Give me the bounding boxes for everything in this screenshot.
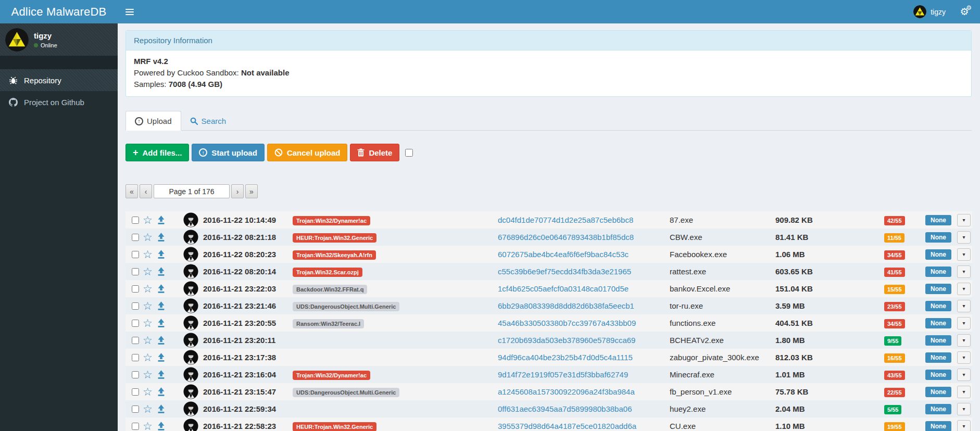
page-next-button[interactable]: › [231, 184, 244, 198]
sample-hash-link[interactable]: 1cf4b625c05aefcf0a03148ca0170d5e [498, 284, 629, 293]
detection-badge: UDS:DangerousObject.Multi.Generic [293, 302, 399, 311]
row-checkbox[interactable] [132, 285, 139, 293]
upload-icon[interactable] [156, 284, 166, 294]
page-prev-button[interactable]: ‹ [140, 184, 152, 198]
sample-hash-link[interactable]: 0ff631aec63945aa7d5899980b38ba06 [498, 404, 632, 413]
row-checkbox[interactable] [132, 337, 139, 344]
favorite-star-icon[interactable]: ☆ [143, 214, 153, 225]
detection-badge: Trojan.Win32.Scar.ozpj [293, 268, 362, 277]
row-checkbox[interactable] [132, 268, 139, 275]
upload-icon[interactable] [156, 352, 166, 362]
add-files-button[interactable]: + Add files... [125, 144, 189, 161]
row-checkbox[interactable] [132, 217, 139, 224]
tag-badge: None [925, 249, 951, 260]
select-all-checkbox[interactable] [405, 149, 413, 157]
panel-title: Repository Information [126, 31, 971, 50]
sample-size: 1.06 MB [773, 250, 884, 259]
upload-icon[interactable] [156, 232, 166, 242]
upload-icon[interactable] [156, 404, 166, 414]
upload-icon[interactable] [156, 421, 166, 431]
spy-avatar-icon [183, 264, 198, 279]
spy-avatar-icon [183, 298, 198, 313]
row-actions-dropdown-button[interactable]: ▾ [957, 283, 971, 295]
tag-badge: None [925, 284, 951, 294]
page-last-button[interactable]: » [245, 184, 258, 198]
row-checkbox[interactable] [132, 371, 139, 378]
page-first-button[interactable]: « [125, 184, 138, 198]
tab-search[interactable]: Search [181, 111, 235, 130]
user-avatar [913, 5, 926, 18]
favorite-star-icon[interactable]: ☆ [143, 249, 153, 260]
sample-hash-link[interactable]: 6bb29a8083398d8dd82d6b38fa5eecb1 [498, 301, 634, 310]
row-actions-dropdown-button[interactable]: ▾ [957, 300, 971, 312]
tab-upload[interactable]: ↑ Upload [125, 111, 181, 131]
sample-hash-link[interactable]: 676896d26c0e06467893438b1bf85dc8 [498, 233, 634, 242]
sample-hash-link[interactable]: 94df96ca404be23b25b47d0d5c4a1115 [498, 353, 633, 362]
sample-hash-link[interactable]: c55c39b6e9ef75ecdd34fb3da3e21965 [498, 267, 631, 276]
upload-circle-icon: ↑ [135, 117, 143, 125]
row-checkbox[interactable] [132, 251, 139, 258]
row-checkbox[interactable] [132, 320, 139, 327]
sample-hash-link[interactable]: 6072675abe4bc4eaf6f6ef9bac84c53c [498, 250, 629, 259]
sidebar-item-github[interactable]: Project on Github [0, 91, 118, 113]
sample-hash-link[interactable]: dc04fd1de70774d1d2e25a87c5eb6bc8 [498, 216, 633, 224]
row-checkbox[interactable] [132, 354, 139, 361]
tag-badge: None [925, 335, 951, 346]
sidebar: tigzy Online Repository Project on Githu… [0, 23, 118, 431]
row-checkbox[interactable] [132, 388, 139, 396]
favorite-star-icon[interactable]: ☆ [143, 300, 153, 311]
upload-icon[interactable] [156, 370, 166, 379]
upload-icon[interactable] [156, 267, 166, 276]
settings-gears-icon[interactable]: ⚙⚙ [954, 6, 975, 18]
row-checkbox[interactable] [132, 423, 139, 430]
favorite-star-icon[interactable]: ☆ [143, 421, 153, 431]
upload-icon[interactable] [156, 249, 166, 259]
favorite-star-icon[interactable]: ☆ [143, 232, 153, 243]
sample-hash-link[interactable]: a1245608a157300922096a24f3ba984a [498, 387, 635, 396]
sample-hash-link[interactable]: 45a46b330503380b7cc39767a433bb09 [498, 319, 636, 327]
row-actions-dropdown-button[interactable]: ▾ [957, 369, 971, 381]
row-checkbox[interactable] [132, 302, 139, 310]
row-actions-dropdown-button[interactable]: ▾ [957, 231, 971, 244]
navbar-user-menu[interactable]: tigzy [910, 5, 949, 18]
search-icon [190, 117, 198, 125]
row-actions-dropdown-button[interactable]: ▾ [957, 386, 971, 398]
favorite-star-icon[interactable]: ☆ [143, 335, 153, 346]
favorite-star-icon[interactable]: ☆ [143, 403, 153, 414]
delete-button[interactable]: Delete [350, 144, 399, 161]
upload-icon[interactable] [156, 387, 166, 397]
upload-icon[interactable] [156, 335, 166, 345]
caret-down-icon: ▾ [962, 354, 965, 360]
row-actions-dropdown-button[interactable]: ▾ [957, 334, 971, 347]
caret-down-icon: ▾ [962, 406, 965, 412]
row-checkbox[interactable] [132, 234, 139, 241]
row-actions-dropdown-button[interactable]: ▾ [957, 420, 971, 431]
upload-icon[interactable] [156, 301, 166, 311]
sample-hash-link[interactable]: 3955379d98d64a4187e5ce01820add6a [498, 422, 636, 430]
favorite-star-icon[interactable]: ☆ [143, 386, 153, 397]
sample-hash-link[interactable]: 9d14f72e1919f057e31d5f3bbaf62749 [498, 370, 628, 379]
row-actions-dropdown-button[interactable]: ▾ [957, 317, 971, 329]
sidebar-toggle-icon[interactable] [118, 0, 142, 23]
favorite-star-icon[interactable]: ☆ [143, 369, 153, 380]
row-actions-dropdown-button[interactable]: ▾ [957, 403, 971, 415]
page-number-input[interactable] [154, 184, 230, 198]
favorite-star-icon[interactable]: ☆ [143, 318, 153, 328]
favorite-star-icon[interactable]: ☆ [143, 283, 153, 294]
cancel-upload-button[interactable]: Cancel upload [267, 144, 348, 161]
start-upload-button[interactable]: ↑ Start upload [192, 144, 265, 161]
upload-icon[interactable] [156, 318, 166, 328]
ratio-badge: 23/55 [884, 302, 905, 311]
row-actions-dropdown-button[interactable]: ▾ [957, 248, 971, 261]
favorite-star-icon[interactable]: ☆ [143, 352, 153, 363]
favorite-star-icon[interactable]: ☆ [143, 266, 153, 277]
row-checkbox[interactable] [132, 405, 139, 413]
row-actions-dropdown-button[interactable]: ▾ [957, 351, 971, 364]
sample-size: 3.59 MB [773, 301, 884, 310]
sidebar-item-repository[interactable]: Repository [0, 69, 118, 91]
upload-icon[interactable] [156, 215, 166, 225]
sample-hash-link[interactable]: c1720b693da503eb378960e5789cca69 [498, 336, 635, 345]
ratio-badge: 16/55 [884, 353, 905, 363]
row-actions-dropdown-button[interactable]: ▾ [957, 265, 971, 278]
row-actions-dropdown-button[interactable]: ▾ [957, 214, 971, 226]
